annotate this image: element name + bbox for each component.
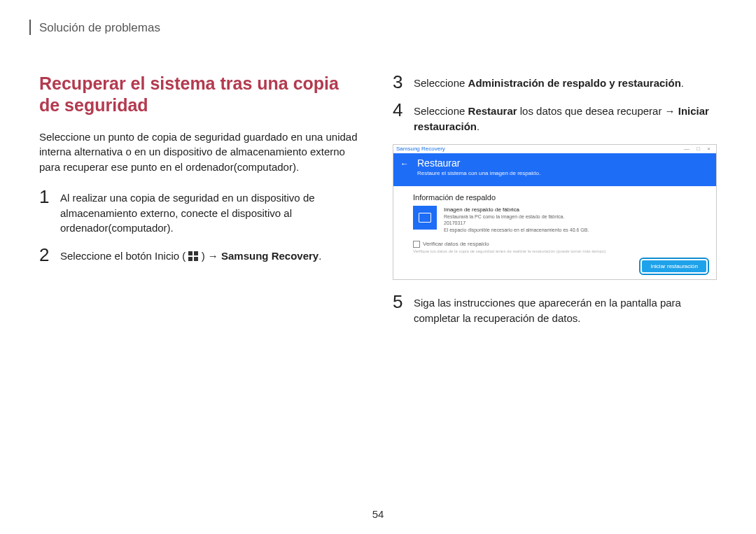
recovery-screenshot: Samsung Recovery — □ × ← Restaurar Resta… xyxy=(393,144,717,281)
step-number: 2 xyxy=(39,246,60,264)
step4-bold1: Restaurar xyxy=(468,105,517,117)
windows-start-icon xyxy=(188,251,198,261)
info-line-3: 20170317 xyxy=(444,220,589,227)
back-arrow-icon: ← xyxy=(400,159,409,169)
verify-row: Verificar datos de respaldo Verifique lo… xyxy=(413,241,701,253)
step-text: Seleccione Restaurar los datos que desea… xyxy=(414,101,717,134)
verify-description: Verifique los datos de la copia de segur… xyxy=(413,249,701,253)
step-text: Seleccione el botón Inicio ( ) → Samsung… xyxy=(60,246,321,264)
info-section-title: Información de respaldo xyxy=(413,193,701,202)
step-number: 1 xyxy=(39,188,60,206)
screenshot-subtitle: Restaure el sistema con una imagen de re… xyxy=(417,170,709,176)
window-buttons-icon: — □ × xyxy=(684,146,713,152)
info-row: Imagen de respaldo de fábrica Restaurará… xyxy=(413,206,701,234)
step-text: Al realizar una copia de seguridad en un… xyxy=(60,188,363,236)
right-column: 3 Seleccione Administración de respaldo … xyxy=(393,73,717,336)
left-column: Recuperar el sistema tras una copia de s… xyxy=(39,73,363,336)
document-page: Solución de problemas Recuperar el siste… xyxy=(0,0,756,534)
step4-part-a: Seleccione xyxy=(414,105,468,117)
step-text: Seleccione Administración de respaldo y … xyxy=(414,73,684,91)
step-text: Siga las instrucciones que aparecerán en… xyxy=(414,293,717,326)
info-line-2: Restaurará la PC como la imagen de estad… xyxy=(444,213,589,220)
step3-part-c: . xyxy=(681,77,684,89)
step3-bold: Administración de respaldo y restauració… xyxy=(468,77,681,89)
start-restore-button: Iniciar restauración xyxy=(642,260,706,272)
step-number: 3 xyxy=(393,73,414,91)
content-columns: Recuperar el sistema tras una copia de s… xyxy=(39,73,717,336)
step-number: 4 xyxy=(393,101,414,119)
intro-paragraph: Seleccione un punto de copia de segurida… xyxy=(39,129,363,175)
header-divider xyxy=(29,20,31,35)
step-4: 4 Seleccione Restaurar los datos que des… xyxy=(393,101,717,134)
step-2: 2 Seleccione el botón Inicio ( ) → Samsu… xyxy=(39,246,363,264)
step2-part-a: Seleccione el botón Inicio ( xyxy=(60,250,186,262)
screenshot-body: Información de respaldo Imagen de respal… xyxy=(393,186,716,261)
step3-part-a: Seleccione xyxy=(414,77,468,89)
screenshot-titlebar: Samsung Recovery — □ × xyxy=(393,145,716,153)
screenshot-title: Restaurar xyxy=(417,157,709,169)
step-number: 5 xyxy=(393,293,414,311)
step-1: 1 Al realizar una copia de seguridad en … xyxy=(39,188,363,236)
step4-part-c: . xyxy=(477,120,479,132)
info-line-1: Imagen de respaldo de fábrica xyxy=(444,206,589,213)
page-number: 54 xyxy=(0,508,756,520)
checkbox-icon xyxy=(413,241,420,248)
monitor-icon xyxy=(413,206,437,230)
page-header: Solución de problemas xyxy=(39,21,717,35)
step-3: 3 Seleccione Administración de respaldo … xyxy=(393,73,717,91)
step2-part-c: . xyxy=(318,250,321,262)
action-row: Iniciar restauración xyxy=(393,260,716,279)
screenshot-app-name: Samsung Recovery xyxy=(396,146,445,152)
step4-part-b: los datos que desea recuperar → xyxy=(517,105,678,117)
step-5: 5 Siga las instrucciones que aparecerán … xyxy=(393,293,717,326)
step2-bold: Samsung Recovery xyxy=(221,250,318,262)
info-line-4: El espacio disponible necesario en el al… xyxy=(444,227,589,234)
verify-title: Verificar datos de respaldo xyxy=(423,241,489,247)
section-title: Recuperar el sistema tras una copia de s… xyxy=(39,73,363,117)
step2-part-b: ) → xyxy=(202,250,221,262)
info-lines: Imagen de respaldo de fábrica Restaurará… xyxy=(444,206,589,234)
screenshot-blue-header: ← Restaurar Restaure el sistema con una … xyxy=(393,153,716,186)
